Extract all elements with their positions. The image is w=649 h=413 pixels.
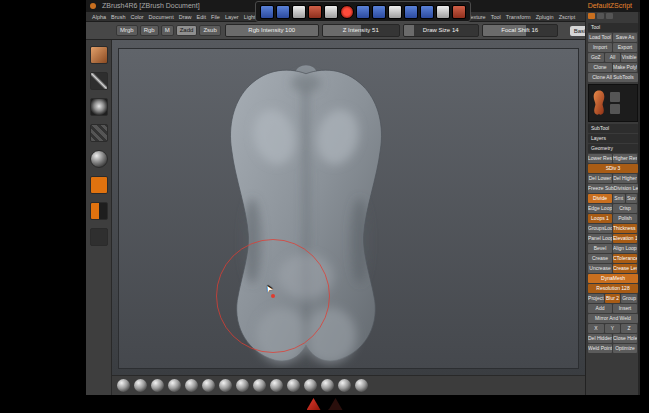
- alpha-icon[interactable]: [90, 98, 108, 116]
- menu-item[interactable]: Draw: [179, 14, 192, 20]
- tool-panel-item[interactable]: Mirror And Weld: [588, 314, 638, 323]
- tool-panel-item[interactable]: Layers: [588, 134, 638, 143]
- tool-panel-item[interactable]: Y: [605, 324, 621, 333]
- canvas-area[interactable]: ➤: [112, 40, 585, 375]
- material-thumbnail[interactable]: [151, 379, 164, 392]
- tool-panel-item[interactable]: GroupsLoops: [588, 224, 612, 233]
- shelf-slider[interactable]: Draw Size 14: [403, 24, 479, 37]
- tool-panel-item[interactable]: Crease: [588, 254, 612, 263]
- redo-icon[interactable]: [324, 5, 338, 19]
- tool-panel-item[interactable]: Smt: [613, 194, 625, 203]
- tool-panel-item[interactable]: Elevation 100: [613, 234, 637, 243]
- tool-panel-item[interactable]: Suv: [626, 194, 638, 203]
- tool-panel-item[interactable]: Import: [588, 43, 612, 52]
- material-thumbnail[interactable]: [355, 379, 368, 392]
- tool-panel-item[interactable]: Load Tool: [588, 33, 612, 42]
- shelf-slider[interactable]: Z Intensity 51: [322, 24, 400, 37]
- tool-panel-item[interactable]: Project: [588, 294, 604, 303]
- shelf-slider[interactable]: Focal Shift 16: [482, 24, 558, 37]
- material-sphere-icon[interactable]: [90, 150, 108, 168]
- palette-tab[interactable]: [597, 13, 604, 19]
- tool-panel-item[interactable]: Clone All SubTools: [588, 73, 638, 82]
- tool-panel-item[interactable]: Crease Level 15: [613, 264, 637, 273]
- tool-panel-item[interactable]: SDiv 3: [588, 164, 638, 173]
- mode-button[interactable]: Zsub: [199, 25, 220, 36]
- tool-panel-item[interactable]: Divide: [588, 194, 612, 203]
- tool-panel-item[interactable]: GoZ: [588, 53, 604, 62]
- stroke-type-icon[interactable]: [90, 72, 108, 90]
- active-tool-preview[interactable]: [588, 84, 638, 122]
- brush-cursor-circle[interactable]: ➤: [216, 239, 330, 353]
- tool-panel-item[interactable]: DynaMesh: [588, 274, 638, 283]
- material-thumbnail[interactable]: [202, 379, 215, 392]
- tool-panel-item[interactable]: Panel Loops: [588, 234, 612, 243]
- tool-panel-item[interactable]: Del Higher: [613, 174, 637, 183]
- menu-item[interactable]: Zscript: [559, 14, 576, 20]
- tool-panel-item[interactable]: Crisp: [613, 204, 637, 213]
- tool-panel-item[interactable]: Higher Res: [613, 154, 637, 163]
- tool-panel-item[interactable]: Thickness 1: [613, 224, 637, 233]
- menu-item[interactable]: Zplugin: [536, 14, 554, 20]
- tool-palette-tab[interactable]: [588, 13, 595, 19]
- material-thumbnail[interactable]: [117, 379, 130, 392]
- mode-button[interactable]: Mrgb: [116, 25, 138, 36]
- tool-panel-item[interactable]: Weld Points: [588, 344, 612, 353]
- menu-item[interactable]: Brush: [111, 14, 125, 20]
- settings-icon[interactable]: [436, 5, 450, 19]
- menu-item[interactable]: Layer: [225, 14, 239, 20]
- material-thumbnail[interactable]: [185, 379, 198, 392]
- document-viewport[interactable]: ➤: [118, 48, 579, 369]
- tool-panel-item[interactable]: Del Hidden: [588, 334, 612, 343]
- tool-panel-item[interactable]: Blur 2: [605, 294, 621, 303]
- material-thumbnail[interactable]: [321, 379, 334, 392]
- active-color-swatch[interactable]: [90, 176, 108, 194]
- menu-item[interactable]: Transform: [506, 14, 531, 20]
- tool-panel-item[interactable]: Freeze SubDivision Levels: [588, 184, 638, 193]
- material-thumbnail[interactable]: [236, 379, 249, 392]
- app-logo-icon[interactable]: [90, 3, 96, 9]
- tool-panel-item[interactable]: Add: [588, 304, 612, 313]
- tool-panel-item[interactable]: CTolerance 30: [613, 254, 637, 263]
- palette-tab[interactable]: [606, 13, 613, 19]
- default-zscript-button[interactable]: DefaultZScript: [588, 0, 632, 12]
- menu-item[interactable]: Document: [149, 14, 174, 20]
- play-icon[interactable]: [388, 5, 402, 19]
- record-icon[interactable]: [340, 5, 354, 19]
- pause-icon[interactable]: [404, 5, 418, 19]
- material-thumbnail[interactable]: [168, 379, 181, 392]
- screenshot-icon[interactable]: [356, 5, 370, 19]
- tool-panel-item[interactable]: Clone: [588, 63, 612, 72]
- tool-panel-item[interactable]: Bevel: [588, 244, 612, 253]
- mode-button[interactable]: Zadd: [176, 25, 198, 36]
- menu-item[interactable]: Light: [244, 14, 256, 20]
- tool-panel-item[interactable]: Insert: [613, 304, 637, 313]
- material-thumbnail[interactable]: [287, 379, 300, 392]
- tool-panel-item[interactable]: Group: [621, 294, 637, 303]
- tool-panel-item[interactable]: Z: [621, 324, 637, 333]
- tool-panel-item[interactable]: Export: [613, 43, 637, 52]
- tool-panel-item[interactable]: Close Holes: [613, 334, 637, 343]
- material-thumbnail[interactable]: [253, 379, 266, 392]
- tool-panel-item[interactable]: Align Loops: [613, 244, 637, 253]
- subtool-preview-icon[interactable]: [610, 104, 620, 114]
- subtool-preview-icon[interactable]: [610, 92, 620, 102]
- tool-panel-item[interactable]: Edge Loop: [588, 204, 612, 213]
- tool-panel-item[interactable]: Polish: [613, 214, 637, 223]
- menu-item[interactable]: Color: [130, 14, 143, 20]
- menu-item[interactable]: Tool: [491, 14, 501, 20]
- tool-panel-item[interactable]: Visible: [621, 53, 637, 62]
- mode-button[interactable]: M: [161, 25, 174, 36]
- stop-icon[interactable]: [420, 5, 434, 19]
- tool-panel-item[interactable]: Optimize: [613, 344, 637, 353]
- tool-panel-item[interactable]: Geometry: [588, 144, 638, 153]
- mode-button[interactable]: Rgb: [140, 25, 159, 36]
- material-thumbnail[interactable]: [270, 379, 283, 392]
- tool-panel-item[interactable]: Save As: [613, 33, 637, 42]
- open-project-icon[interactable]: [260, 5, 274, 19]
- material-thumbnail[interactable]: [304, 379, 317, 392]
- tool-panel-item[interactable]: Resolution 128: [588, 284, 638, 293]
- tool-panel-item[interactable]: Loops 1: [588, 214, 612, 223]
- video-icon[interactable]: [372, 5, 386, 19]
- shelf-slider[interactable]: Rgb Intensity 100: [225, 24, 319, 37]
- tool-panel-item[interactable]: SubTool: [588, 124, 638, 133]
